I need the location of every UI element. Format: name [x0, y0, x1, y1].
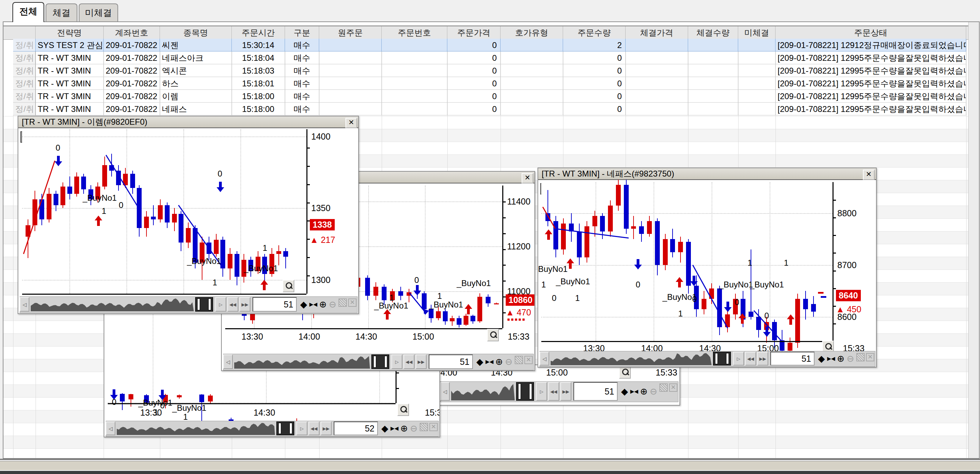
nav-step-button[interactable]: ▷ — [536, 382, 547, 401]
magnifier-button[interactable] — [397, 404, 409, 416]
window-close-button[interactable]: ✕ — [863, 170, 875, 180]
contract-icon[interactable]: ◆ — [380, 423, 390, 434]
axis-tick — [502, 296, 506, 297]
tab-filled[interactable]: 체결 — [46, 3, 77, 21]
zoom-in-icon[interactable]: ⊕ — [318, 299, 328, 310]
cancel-modify-button[interactable]: 정/취 — [13, 77, 36, 90]
close-zoom-icon[interactable]: ✕ — [866, 353, 874, 361]
table-row[interactable]: 정/취TR - WT 3MIN209-01-70822엑시콘15:18:03매수… — [3, 64, 969, 77]
sell-arrow-icon — [414, 284, 421, 295]
zoom-out-icon[interactable]: ⊖ — [846, 353, 855, 364]
nav-left-button[interactable]: ◁ — [106, 422, 115, 435]
price-axis-label: 1400 — [311, 132, 331, 142]
tab-all[interactable]: 전체 — [13, 2, 44, 22]
cell-strategy: TR - WT 3MIN — [36, 90, 103, 103]
sell-arrow-icon — [159, 389, 166, 400]
nav-forward-button[interactable]: ▶▶ — [321, 422, 332, 435]
nav-step-button[interactable]: ▷ — [733, 352, 744, 366]
zoom-in-icon[interactable]: ⊕ — [399, 423, 409, 434]
nav-forward-button[interactable]: ▶▶ — [239, 297, 250, 312]
nav-forward-button[interactable]: ▶▶ — [757, 352, 768, 366]
cancel-modify-button[interactable]: 정/취 — [13, 64, 36, 77]
expand-icon[interactable]: ▶◀ — [826, 353, 836, 364]
close-zoom-icon[interactable]: ✕ — [524, 356, 533, 364]
nav-forward-button[interactable]: ▶▶ — [415, 355, 426, 369]
nav-rewind-button[interactable]: ◀◀ — [227, 297, 239, 312]
magnifier-button[interactable] — [619, 366, 631, 379]
contract-icon[interactable]: ◆ — [299, 299, 309, 310]
bar-count-input[interactable] — [253, 297, 297, 312]
nav-step-button[interactable]: ▷ — [296, 422, 307, 435]
tab-unfilled[interactable]: 미체결 — [79, 3, 118, 21]
cell-status: [209-01-708221] 12995주문수량을잘못입력하셨습니다. — [775, 90, 966, 103]
window-close-button[interactable]: ✕ — [345, 118, 357, 128]
zoom-out-icon[interactable]: ⊖ — [328, 299, 337, 310]
window-title-bar[interactable]: [TR - WT 3MIN] - 이렘(#9820EF0) — [18, 116, 358, 128]
expand-icon[interactable]: ▶◀ — [629, 383, 639, 399]
zoom-in-icon[interactable]: ⊕ — [494, 356, 504, 367]
nav-rewind-button[interactable]: ◀◀ — [404, 355, 415, 369]
nav-slider[interactable] — [371, 355, 389, 369]
bar-count-input[interactable] — [334, 422, 378, 435]
table-row[interactable]: 정/취SYS TEST 2 관심209-01-70822씨젠15:30:14매수… — [3, 39, 969, 51]
cell-status: [209-01-708221] 12995주문수량을잘못입력하셨습니다. — [775, 51, 966, 64]
zoom-out-icon[interactable]: ⊖ — [409, 423, 418, 434]
time-axis — [22, 294, 306, 295]
cancel-modify-button[interactable]: 정/취 — [13, 39, 36, 51]
bar-count-input[interactable] — [573, 382, 618, 401]
close-zoom-icon[interactable]: ✕ — [669, 383, 678, 392]
fit-icon[interactable] — [339, 299, 347, 307]
contract-icon[interactable]: ◆ — [475, 356, 485, 367]
fit-icon[interactable] — [515, 356, 523, 364]
nav-slider[interactable] — [516, 382, 534, 401]
cancel-modify-button[interactable]: 정/취 — [13, 51, 36, 64]
close-zoom-icon[interactable]: ✕ — [348, 299, 356, 307]
nav-step-button[interactable]: ▷ — [215, 297, 226, 312]
app-window: 전체 체결 미체결 전략명계좌번호종목명주문시간구분원주문주문번호주문가격호가유… — [0, 0, 980, 474]
fit-icon[interactable] — [659, 383, 668, 392]
nav-step-button[interactable]: ▷ — [391, 355, 402, 369]
zoom-out-icon[interactable]: ⊖ — [504, 356, 514, 367]
close-zoom-icon[interactable]: ✕ — [430, 423, 438, 431]
fit-icon[interactable] — [856, 353, 865, 361]
expand-icon[interactable]: ▶◀ — [390, 423, 399, 434]
fit-icon[interactable] — [420, 423, 428, 431]
nav-slider[interactable] — [195, 297, 213, 312]
nav-left-button[interactable]: ◁ — [223, 355, 233, 369]
price-axis-label: 1300 — [311, 275, 331, 285]
cancel-modify-button[interactable]: 정/취 — [13, 90, 36, 103]
table-row[interactable]: 정/취TR - WT 3MIN209-01-70822네패스15:18:00매수… — [3, 103, 969, 115]
nav-left-button[interactable]: ◁ — [539, 352, 549, 366]
magnifier-button[interactable] — [283, 280, 294, 292]
magnifier-button[interactable] — [487, 329, 499, 341]
zoom-in-icon[interactable]: ⊕ — [639, 383, 649, 399]
nav-slider[interactable] — [713, 352, 731, 366]
bar-count-input[interactable] — [429, 355, 473, 369]
window-close-button[interactable]: ✕ — [522, 173, 533, 183]
nav-rewind-button[interactable]: ◀◀ — [745, 352, 756, 366]
table-row[interactable]: 정/취TR - WT 3MIN209-01-70822이렘15:18:00매수0… — [3, 90, 969, 103]
nav-rewind-button[interactable]: ◀◀ — [309, 422, 320, 435]
contract-icon[interactable]: ◆ — [817, 353, 826, 364]
cell-qty: 2 — [563, 39, 625, 51]
axis-tick — [306, 166, 310, 167]
nav-left-button[interactable]: ◁ — [440, 382, 450, 401]
contract-icon[interactable]: ◆ — [620, 383, 629, 399]
table-row[interactable]: 정/취TR - WT 3MIN209-01-70822하스15:18:01매수0… — [3, 77, 969, 90]
table-row[interactable]: 정/취TR - WT 3MIN209-01-70822네패스아크15:18:04… — [3, 51, 969, 64]
nav-forward-button[interactable]: ▶▶ — [560, 382, 571, 401]
column-header-13: 미체결 — [738, 26, 775, 40]
nav-slider[interactable] — [276, 422, 294, 435]
nav-rewind-button[interactable]: ◀◀ — [548, 382, 559, 401]
cancel-modify-button[interactable]: 정/취 — [13, 103, 36, 115]
cell-account: 209-01-70822 — [103, 51, 160, 64]
zoom-out-icon[interactable]: ⊖ — [649, 383, 659, 399]
signal-label: 1 — [541, 280, 546, 289]
bar-count-input[interactable] — [770, 352, 815, 366]
zoom-in-icon[interactable]: ⊕ — [836, 353, 846, 364]
expand-icon[interactable]: ▶◀ — [485, 356, 494, 367]
nav-left-button[interactable]: ◁ — [20, 297, 29, 312]
expand-icon[interactable]: ▶◀ — [309, 299, 318, 310]
vertical-scrollbar[interactable] — [968, 22, 979, 458]
window-title-bar[interactable]: [TR - WT 3MIN] - 네패스(#9823750) — [538, 168, 876, 180]
